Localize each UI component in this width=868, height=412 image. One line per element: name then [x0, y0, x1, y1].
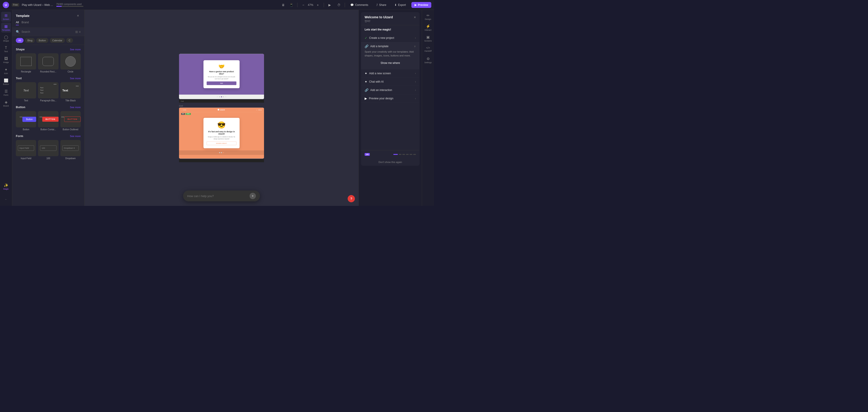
- grid-view-icon[interactable]: ⊞: [75, 30, 78, 34]
- popup-btn-1[interactable]: YES!: [207, 81, 237, 85]
- button-grid: ••• Button Button ••• BUTTON Button Cont…: [16, 111, 81, 131]
- guide-item-left-4: ✦ Chat with AI: [365, 80, 383, 83]
- right-item-interact[interactable]: ⚡ Interact: [423, 23, 433, 33]
- right-item-settings[interactable]: ⚙ Settings: [423, 55, 433, 65]
- guide-footer: 1/6: [361, 150, 420, 159]
- filter-button[interactable]: Button: [36, 38, 49, 43]
- sidebar-item-text[interactable]: T Text: [1, 44, 11, 54]
- shape-rectangle-item[interactable]: Rectangle: [16, 53, 36, 73]
- sidebar-item-magic[interactable]: ✨ Magic: [1, 181, 11, 192]
- guide-item-add-screen[interactable]: ✦ Add a new screen ›: [361, 69, 420, 78]
- sidebar-item-button[interactable]: ⬜ Button: [1, 77, 11, 87]
- text-preview: Text: [23, 89, 29, 92]
- ai-chat-send-button[interactable]: ✦: [250, 193, 256, 199]
- zoom-in-icon[interactable]: +: [315, 2, 321, 8]
- guide-tagline: Lets start the magic!: [361, 25, 420, 34]
- button-outlined-item[interactable]: ••• BUTTON Button Outlined: [60, 111, 81, 131]
- desktop-view-icon[interactable]: 🖥: [280, 2, 286, 8]
- button-see-more-button[interactable]: See more: [70, 106, 81, 109]
- text-see-more-button[interactable]: See more: [70, 77, 81, 80]
- timer-icon[interactable]: ⏱: [336, 2, 342, 8]
- form-number-item[interactable]: 100 100: [38, 140, 58, 160]
- image-icon: 🖼: [4, 57, 8, 61]
- tab-all[interactable]: All: [16, 21, 19, 25]
- button-contained-item[interactable]: ••• BUTTON Button Contai...: [38, 111, 58, 131]
- form-dropdown-item[interactable]: Dropdown ▾ Dropdown: [60, 140, 81, 160]
- guide-item-preview[interactable]: ▶ Preview your design ›: [361, 94, 420, 103]
- show-me-where-button[interactable]: Show me where: [365, 59, 416, 67]
- shape-rounded-rect-item[interactable]: Rounded Rect...: [38, 53, 58, 73]
- magic-label: Magic: [3, 188, 8, 190]
- add-interaction-label: Add an interaction: [370, 89, 392, 92]
- guide-close-button[interactable]: ×: [414, 15, 416, 20]
- preview-button[interactable]: ▶ Preview: [411, 2, 431, 8]
- circle-label: Circle: [60, 70, 81, 73]
- shape-circle-item[interactable]: Circle: [60, 53, 81, 73]
- form-see-more-button[interactable]: See more: [70, 135, 81, 137]
- tag-cool[interactable]: COOL: [186, 113, 191, 115]
- help-button[interactable]: ?: [348, 195, 355, 202]
- right-item-design[interactable]: ✏ Design: [423, 12, 433, 22]
- form-input-item[interactable]: Input Field Input Field: [16, 140, 36, 160]
- next-arrow-2[interactable]: →: [225, 151, 227, 153]
- button-primary-item[interactable]: ••• Button Button: [16, 111, 36, 131]
- shape-see-more-button[interactable]: See more: [70, 48, 81, 51]
- play-icon[interactable]: ▶: [327, 2, 333, 8]
- frame-bottom-bar-2: [179, 159, 264, 162]
- screen-label: Screen: [3, 18, 9, 20]
- form-icon: ☰: [4, 89, 8, 94]
- guide-item-chat-ai[interactable]: ✦ Chat with AI ›: [361, 78, 420, 86]
- sidebar-item-icon[interactable]: ✦ Icon: [1, 66, 11, 76]
- frame2-btn[interactable]: SOUNDS GREAT!: [207, 141, 237, 145]
- search-input[interactable]: [22, 30, 73, 33]
- zoom-out-icon[interactable]: −: [300, 2, 307, 8]
- mobile-view-icon[interactable]: 📱: [288, 2, 294, 8]
- sidebar-item-template[interactable]: ▦ Template: [1, 23, 11, 33]
- tag-mo[interactable]: MO: [181, 113, 185, 115]
- guide-item-create-project[interactable]: ✓ Create a new project ›: [361, 34, 420, 42]
- text-title-black-item[interactable]: ••• Text Title Black: [60, 82, 81, 102]
- frame-1[interactable]: 🤝 Have a genius new product idea? But yo…: [179, 54, 264, 99]
- filter-blog[interactable]: Blog: [25, 38, 35, 43]
- prev-arrow-1[interactable]: ←: [217, 96, 218, 98]
- frame-2[interactable]: ⌂ HOME 🅤 uizard ☺ SMILE MO COOL: [179, 107, 264, 159]
- frame2-topbar: ⌂ HOME 🅤 uizard ☺ SMILE: [179, 107, 264, 112]
- export-button[interactable]: ⬇ Export: [392, 2, 409, 8]
- dot-2-2[interactable]: [221, 152, 222, 153]
- text-text-item[interactable]: Text Text: [16, 82, 36, 102]
- sidebar-item-image[interactable]: 🖼 Image: [1, 55, 11, 65]
- smile-nav[interactable]: ☺ SMILE: [256, 109, 262, 111]
- guide-item-add-interaction[interactable]: 🔗 Add an interaction ›: [361, 86, 420, 94]
- back-button[interactable]: ←: [1, 194, 11, 204]
- tab-brand[interactable]: Brand: [22, 21, 29, 25]
- panel-close-button[interactable]: ×: [75, 13, 81, 19]
- guide-item-add-template[interactable]: 🔗 Add a template ∨ Spark your creativity…: [361, 42, 420, 69]
- next-arrow-1[interactable]: →: [225, 96, 227, 98]
- filter-calendar[interactable]: Calendar: [50, 38, 65, 43]
- share-button[interactable]: ⤴ Share: [374, 2, 389, 8]
- filter-c[interactable]: C: [66, 38, 73, 43]
- sidebar-item-screen[interactable]: ⊞ Screen: [1, 12, 11, 22]
- list-view-icon[interactable]: ≡: [79, 30, 81, 34]
- sidebar-item-brand[interactable]: ◈ Brand: [1, 98, 11, 108]
- filter-all[interactable]: All: [16, 38, 24, 43]
- progress-dot-1: [393, 154, 398, 155]
- text-grid: Text Text ••• TextTextText Paragraph Bla…: [16, 82, 81, 102]
- dot-2-1[interactable]: [219, 152, 220, 153]
- dot-1-2[interactable]: [221, 96, 222, 97]
- dot-1-1[interactable]: [219, 96, 220, 97]
- sidebar-item-form[interactable]: ☰ Form: [1, 88, 11, 98]
- home-nav[interactable]: ⌂ HOME: [181, 109, 186, 111]
- canvas-area[interactable]: 🤝 Have a genius new product idea? But yo…: [85, 10, 359, 206]
- dot-2-3[interactable]: [223, 152, 224, 153]
- text-paragraph-item[interactable]: ••• TextTextText Paragraph Bla...: [38, 82, 58, 102]
- right-item-screens[interactable]: ▣ Screens: [423, 33, 433, 43]
- prev-arrow-2[interactable]: ←: [217, 151, 218, 153]
- comments-button[interactable]: 💬 Comments: [348, 2, 371, 8]
- ai-chat-input[interactable]: [187, 194, 247, 198]
- dot-1-3[interactable]: [223, 96, 224, 97]
- dont-show-button[interactable]: Don't show this again: [361, 159, 420, 166]
- app-logo[interactable]: U: [3, 2, 9, 8]
- right-item-handoff[interactable]: </> Handoff: [423, 44, 433, 54]
- sidebar-item-shape[interactable]: ◯ Shape: [1, 33, 11, 43]
